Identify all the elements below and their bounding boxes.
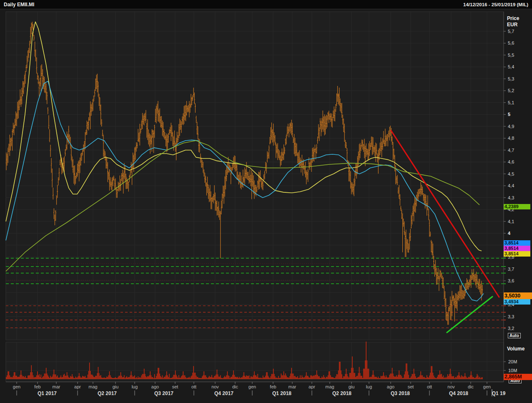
price-tick-label: 3,2 (508, 326, 514, 331)
price-tick-label: 4 (508, 231, 511, 236)
volume-tick-label: 10M (508, 368, 517, 373)
price-tick-label: 4,9 (508, 124, 514, 129)
volume-axis-title: Volume (507, 346, 524, 352)
price-label-ma-magenta: 3,8514 (504, 246, 530, 251)
title-bar: Daily EMII.MI 14/12/2016 - 25/01/2019 (M… (0, 0, 532, 9)
price-tick-label: 5,1 (508, 100, 514, 105)
price-tick-label: 3,7 (508, 267, 514, 272)
price-tick-label: 3,3 (508, 314, 514, 319)
volume-label-last: 2,865M (504, 374, 532, 380)
window-title: Daily EMII.MI (4, 2, 34, 8)
price-tick-label: 5,5 (508, 53, 514, 58)
price-tick-label: 5,6 (508, 40, 514, 45)
month-label: dic (468, 384, 474, 389)
month-label: mag (325, 384, 334, 389)
month-label: nov (211, 384, 219, 389)
price-tick-label: 4,5 (508, 171, 514, 176)
price-tick-label: 4,3 (508, 195, 514, 200)
quarter-label: Q2 2017 (98, 390, 117, 396)
price-tick-label: 5,4 (508, 64, 514, 69)
quarter-label: Q3 2017 (154, 390, 173, 396)
quarter-label: Q2 2018 (332, 390, 351, 396)
month-label: gen (483, 384, 491, 389)
month-label: mag (88, 384, 97, 389)
month-label: apr (74, 384, 81, 389)
chart-canvas[interactable]: 5,75,65,55,45,35,25,154,94,84,74,64,54,4… (0, 0, 532, 403)
price-label-ma-cyan: 3,4934 (504, 299, 530, 305)
price-tick-label: 4,6 (508, 159, 514, 164)
price-label-last-price: 3,5030 (504, 292, 532, 299)
month-label: gen (248, 384, 256, 389)
quarter-label: Q3 2018 (391, 390, 410, 396)
month-label: giu (349, 384, 355, 389)
month-label: dic (232, 384, 238, 389)
volume-tick-label: 20M (508, 359, 517, 364)
month-label: mar (53, 384, 60, 389)
month-label: lug (132, 384, 138, 389)
price-label-ma-yellow: 3,8514 (504, 251, 530, 257)
month-label: ott (427, 384, 432, 389)
quarter-label: Q4 2017 (214, 390, 233, 396)
price-tick-label: 5,7 (508, 29, 514, 34)
month-label: mar (289, 384, 296, 389)
price-tick-label: 5,3 (508, 76, 514, 81)
price-tick-label: 3,6 (508, 278, 514, 283)
quarter-label: Q4 2018 (449, 390, 468, 396)
month-label: giu (113, 384, 119, 389)
month-label: apr (309, 384, 315, 389)
month-label: nov (447, 384, 455, 389)
price-tick-label: 4,1 (508, 219, 514, 224)
quarter-label: Q1 2018 (272, 390, 291, 396)
month-label: lug (366, 384, 372, 389)
month-label: feb (34, 384, 40, 389)
trading-chart-window: { "window": {"title": "Daily EMII.MI", "… (0, 0, 532, 403)
month-label: ago (387, 384, 394, 389)
month-label: ott (191, 384, 196, 389)
month-label: feb (270, 384, 276, 389)
quarter-label: Q1 19 (492, 390, 506, 396)
price-tick-label: 5,2 (508, 88, 514, 93)
month-label: ago (151, 384, 159, 389)
price-axis-unit: EUR (507, 22, 517, 28)
price-label-ma-green: 4,2389 (504, 204, 530, 209)
price-tick-label: 4,7 (508, 148, 514, 153)
price-tick-label: 4,8 (508, 136, 514, 141)
window-date-range: 14/12/2016 - 25/01/2019 (MIL) (463, 2, 528, 7)
price-axis-auto-button[interactable]: Auto (508, 333, 521, 338)
quarter-label: Q1 2017 (38, 390, 57, 396)
month-label: set (172, 384, 178, 389)
price-label-ma-blue: 3,8514 (504, 240, 530, 246)
month-label: gen (13, 384, 20, 389)
price-axis-title: Price (507, 15, 519, 21)
price-tick-label: 4,4 (508, 183, 514, 188)
month-label: set (408, 384, 414, 389)
price-tick-label: 5 (508, 112, 510, 117)
